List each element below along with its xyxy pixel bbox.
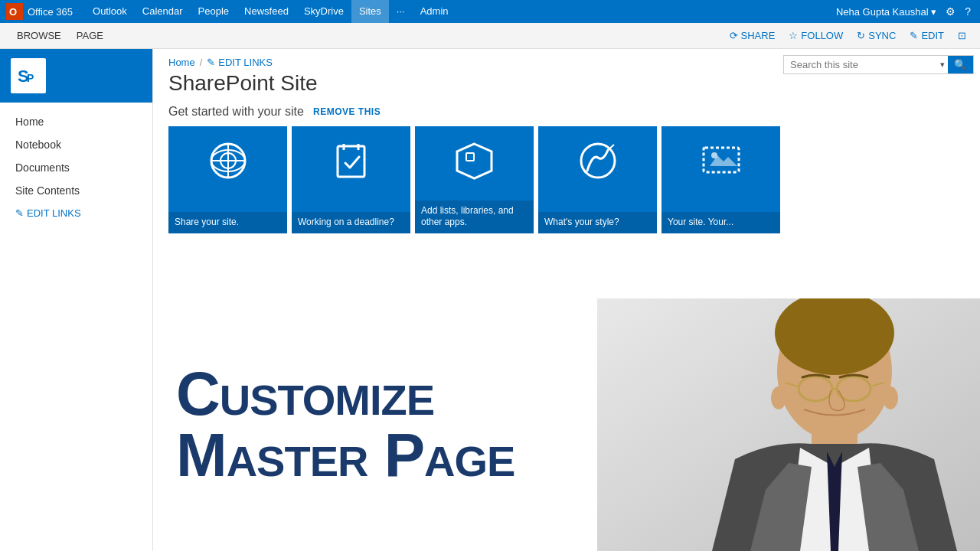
get-started-title: Get started with your site — [168, 105, 304, 119]
search-input[interactable] — [784, 56, 937, 73]
edit-links-icon: ✎ — [207, 57, 215, 68]
settings-icon[interactable]: ⚙ — [942, 5, 959, 18]
share-label: SHARE — [741, 30, 776, 41]
sidebar-item-notebook[interactable]: Notebook — [0, 133, 152, 156]
card-site-label: Your site. Your... — [662, 212, 780, 233]
svg-point-30 — [883, 386, 898, 409]
customize-text-area: Customize Master Page — [153, 364, 514, 486]
svg-rect-10 — [338, 146, 364, 177]
card-style-label: What's your style? — [538, 212, 657, 233]
nav-skydrive[interactable]: SkyDrive — [296, 0, 351, 23]
svg-text:O: O — [9, 6, 17, 18]
sidebar-item-home[interactable]: Home — [0, 110, 152, 133]
card-share-label: Share your site. — [168, 212, 287, 233]
nav-people[interactable]: People — [191, 0, 237, 23]
sidebar-item-documents[interactable]: Documents — [0, 156, 152, 179]
svg-point-29 — [771, 386, 786, 409]
card-style[interactable]: What's your style? — [538, 126, 657, 233]
page-button[interactable]: PAGE — [69, 27, 111, 44]
get-started-header: Get started with your site REMOVE THIS — [168, 105, 965, 119]
top-navigation: O Office 365 Outlook Calendar People New… — [0, 0, 980, 23]
nav-newsfeed[interactable]: Newsfeed — [237, 0, 296, 23]
cards-row: Share your site. Working on a deadline? — [168, 126, 965, 233]
svg-rect-14 — [466, 153, 474, 161]
page-title: SharePoint Site — [168, 71, 965, 96]
remove-this-button[interactable]: REMOVE THIS — [313, 106, 381, 117]
nav-admin[interactable]: Admin — [413, 0, 456, 23]
toolbar-right: ⟳ SHARE ☆ FOLLOW ↻ SYNC ✎ EDIT ⊡ — [725, 30, 971, 41]
breadcrumb-home[interactable]: Home — [168, 57, 195, 68]
search-button[interactable]: 🔍 — [948, 56, 973, 73]
follow-label: FOLLOW — [801, 30, 843, 41]
follow-action[interactable]: ☆ FOLLOW — [784, 30, 848, 41]
office-logo-box: O — [6, 3, 23, 20]
sync-label: SYNC — [868, 30, 896, 41]
svg-point-19 — [711, 152, 717, 158]
search-dropdown[interactable]: ▾ — [937, 60, 948, 70]
content-area: S P Home Notebook Documents Site Content… — [0, 49, 980, 551]
customize-line1: Customize — [176, 364, 514, 425]
sharepoint-logo: S P — [11, 58, 46, 93]
search-box: ▾ 🔍 — [783, 55, 974, 74]
card-site-icon — [662, 126, 780, 195]
get-started-section: Get started with your site REMOVE THIS — [153, 96, 980, 233]
page-content: ▾ 🔍 Home / ✎ EDIT LINKS SharePoint Site … — [153, 49, 980, 551]
sidebar: S P Home Notebook Documents Site Content… — [0, 49, 153, 551]
office-365-label: Office 365 — [28, 6, 73, 18]
user-name[interactable]: Neha Gupta Kaushal ▾ — [836, 6, 936, 18]
nav-sites[interactable]: Sites — [351, 0, 389, 23]
follow-icon: ☆ — [789, 30, 798, 41]
customize-line2: Master Page — [176, 425, 514, 486]
top-nav-links: Outlook Calendar People Newsfeed SkyDriv… — [85, 0, 836, 23]
edit-links-btn[interactable]: ✎ EDIT LINKS — [207, 57, 273, 68]
edit-label: EDIT — [921, 30, 944, 41]
top-nav-right: Neha Gupta Kaushal ▾ ⚙ ? — [836, 5, 974, 18]
help-icon[interactable]: ? — [962, 5, 974, 18]
card-deadline[interactable]: Working on a deadline? — [292, 126, 410, 233]
card-apps-label: Add lists, libraries, and other apps. — [415, 201, 534, 233]
office-logo[interactable]: O Office 365 — [6, 3, 73, 20]
focus-icon[interactable]: ⊡ — [953, 30, 971, 41]
card-apps[interactable]: Add lists, libraries, and other apps. — [415, 126, 534, 233]
sidebar-edit-links[interactable]: ✎ EDIT LINKS — [0, 202, 152, 224]
nav-outlook[interactable]: Outlook — [85, 0, 135, 23]
nav-more[interactable]: ··· — [389, 0, 413, 23]
sharepoint-logo-area: S P — [0, 49, 152, 103]
page-toolbar: BROWSE PAGE ⟳ SHARE ☆ FOLLOW ↻ SYNC ✎ ED… — [0, 23, 980, 49]
card-deadline-label: Working on a deadline? — [292, 212, 410, 233]
share-icon: ⟳ — [730, 30, 738, 41]
sync-action[interactable]: ↻ SYNC — [852, 30, 900, 41]
person-image — [597, 298, 980, 551]
sidebar-item-site-contents[interactable]: Site Contents — [0, 179, 152, 202]
card-share[interactable]: Share your site. — [168, 126, 287, 233]
breadcrumb-separator: / — [200, 57, 203, 68]
card-apps-icon — [415, 126, 534, 195]
edit-icon: ✎ — [910, 30, 918, 41]
share-action[interactable]: ⟳ SHARE — [725, 30, 780, 41]
card-style-icon — [538, 126, 657, 195]
sync-icon: ↻ — [857, 30, 865, 41]
card-share-icon — [168, 126, 287, 195]
customize-overlay: Customize Master Page — [153, 298, 980, 551]
nav-calendar[interactable]: Calendar — [135, 0, 191, 23]
search-area: ▾ 🔍 — [783, 55, 974, 74]
sidebar-nav: Home Notebook Documents Site Contents ✎ … — [0, 103, 152, 232]
edit-links-label: EDIT LINKS — [218, 57, 273, 68]
card-deadline-icon — [292, 126, 410, 195]
edit-action[interactable]: ✎ EDIT — [905, 30, 949, 41]
browse-button[interactable]: BROWSE — [9, 27, 69, 44]
card-site[interactable]: Your site. Your... — [662, 126, 780, 233]
pencil-icon: ✎ — [15, 207, 24, 219]
svg-text:P: P — [27, 72, 34, 84]
